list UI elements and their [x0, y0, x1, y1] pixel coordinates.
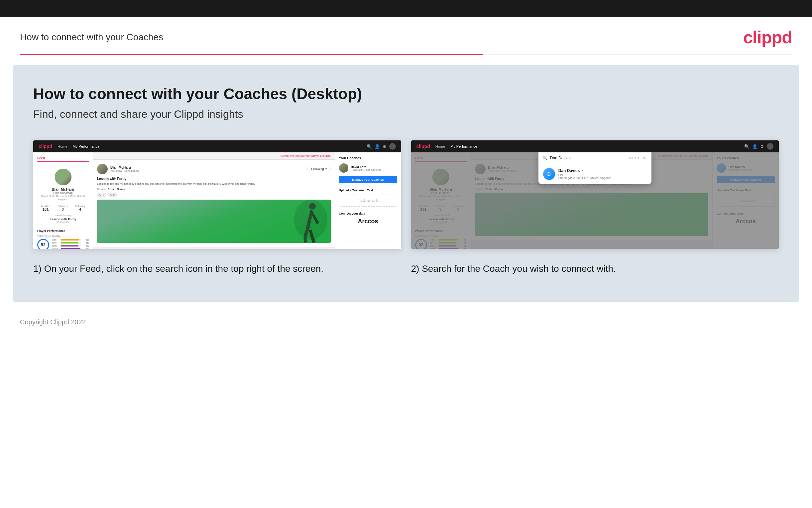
feed-user-meta-1: Yesterday · Sunningdale — [110, 169, 139, 172]
app-body-1: Feed Blair McHarg Plus Handicap Royal No… — [33, 153, 401, 249]
search-result-avatar: D — [543, 168, 555, 180]
nav-item-home-2[interactable]: Home — [435, 144, 445, 149]
feed-post-1: Blair McHarg Yesterday · Sunningdale Fol… — [93, 160, 335, 247]
search-close-btn[interactable]: ✕ — [641, 155, 648, 161]
nav-item-performance-1[interactable]: My Performance — [73, 144, 100, 149]
copyright-text: Copyright Clippd 2022 — [20, 319, 86, 326]
settings-icon-1[interactable]: ⚙ — [383, 144, 387, 149]
search-input[interactable]: Dan Davies — [550, 156, 626, 160]
app-nav-logo-1: clippd — [39, 144, 52, 149]
app-coaches-1: Your Coaches David Ford Royal North Devo… — [335, 153, 401, 249]
feed-post-header-1: Blair McHarg Yesterday · Sunningdale Fol… — [97, 164, 331, 174]
main-content: How to connect with your Coaches (Deskto… — [13, 65, 799, 302]
screenshot-panel-2: clippd Home My Performance 🔍 👤 ⚙ Feed — [411, 140, 779, 249]
coach-item-1: David Ford Royal North Devon Golf Club — [339, 163, 397, 173]
captions-row: 1) On your Feed, click on the search ico… — [33, 262, 779, 275]
feed-golfer-svg-1 — [264, 200, 331, 243]
latest-activity-label-1: Latest Activity — [37, 214, 89, 217]
arccos-logo-1: Arccos — [339, 218, 397, 225]
bar-arg: ARG 86 — [52, 245, 89, 247]
tpq-circle-1: 92 — [37, 239, 49, 249]
feed-post-duration-1: Duration 01 hr : 30 min — [97, 187, 331, 190]
user-icon-2[interactable]: 👤 — [752, 144, 758, 149]
stat-following-1: Following 4 — [75, 205, 85, 211]
bar-putt: PUTT 96 — [52, 248, 89, 249]
trackman-placeholder-1: Trackman Link — [343, 199, 393, 202]
screenshot-panel-1: clippd Home My Performance 🔍 👤 ⚙ Feed — [33, 140, 401, 249]
search-dropdown: 🔍 Dan Davies CLEAR ✕ D Dan Davies — [538, 153, 652, 184]
feed-post-title-1: Lesson with Fordy — [97, 177, 331, 181]
settings-icon-2[interactable]: ⚙ — [760, 144, 764, 149]
nav-avatar-1[interactable] — [389, 143, 396, 150]
app-nav-2: clippd Home My Performance 🔍 👤 ⚙ — [411, 140, 779, 153]
trackman-link-box-1: Trackman Link — [339, 195, 397, 207]
section-title: How to connect with your Coaches (Deskto… — [33, 85, 779, 103]
tag-app-1: APP — [108, 193, 117, 197]
app-nav-icons-2: 🔍 👤 ⚙ — [744, 143, 773, 150]
feed-post-tags-1: OTT APP — [97, 193, 331, 197]
coaches-title-1: Your Coaches — [339, 156, 397, 160]
nav-item-home-1[interactable]: Home — [57, 144, 67, 149]
app-nav-1: clippd Home My Performance 🔍 👤 ⚙ — [33, 140, 401, 153]
bar-ott: OTT 90 — [52, 239, 89, 241]
coach-info-1: David Ford Royal North Devon Golf Club — [351, 165, 381, 171]
search-result-1[interactable]: D Dan Davies ✓ Pro Sunningdale Golf Club… — [538, 164, 652, 184]
profile-name-1: Blair McHarg — [37, 187, 89, 191]
app-nav-icons-1: 🔍 👤 ⚙ — [367, 143, 396, 150]
search-icon-1[interactable]: 🔍 — [367, 144, 372, 149]
profile-avatar-1 — [55, 169, 71, 185]
caption-text-2: 2) Search for the Coach you wish to conn… — [411, 262, 779, 275]
footer: Copyright Clippd 2022 — [0, 312, 812, 333]
feed-control-link-1[interactable]: Control who can see your activity and da… — [281, 154, 331, 157]
app-body-2: Feed Blair McHarg Plus Handicap Royal No… — [411, 153, 779, 249]
verified-icon: ✓ — [581, 169, 584, 173]
coach-club-1: Royal North Devon Golf Club — [351, 169, 381, 171]
coach-name-1: David Ford — [351, 165, 381, 169]
app-container-2: clippd Home My Performance 🔍 👤 ⚙ Feed — [411, 140, 779, 249]
page-title: How to connect with your Coaches — [20, 32, 163, 43]
manage-coaches-btn-1[interactable]: Manage Your Coaches — [339, 176, 397, 183]
screenshots-row: clippd Home My Performance 🔍 👤 ⚙ Feed — [33, 140, 779, 249]
search-result-role: Pro — [558, 173, 611, 176]
search-clear-btn[interactable]: CLEAR — [628, 156, 639, 160]
coach-avatar-1 — [339, 163, 348, 173]
feed-image-1 — [97, 200, 331, 243]
clippd-logo: clippd — [743, 27, 792, 47]
svg-point-1 — [309, 203, 316, 210]
profile-card-1: Blair McHarg Plus Handicap Royal North D… — [37, 166, 89, 226]
latest-activity-date-1: 03 Aug 2022 — [37, 221, 89, 223]
stat-activities-1: Activities 131 — [41, 205, 50, 211]
profile-handicap-1: Plus Handicap — [37, 191, 89, 195]
feed-post-body-1: Looking to feel like my hands are exitin… — [97, 182, 331, 186]
nav-item-performance-2[interactable]: My Performance — [450, 144, 477, 149]
app-feed-1: Control who can see your activity and da… — [93, 153, 335, 249]
top-bar — [0, 0, 812, 17]
bar-app: APP 85 — [52, 242, 89, 244]
sidebar-tab-1[interactable]: Feed — [37, 156, 89, 162]
caption-text-1: 1) On your Feed, click on the search ico… — [33, 262, 401, 275]
player-perf-title-1: Player Performance — [37, 229, 89, 232]
search-overlay: 🔍 Dan Davies CLEAR ✕ D Dan Davies — [411, 153, 779, 249]
profile-stats-1: Activities 131 Followers 3 Following 4 — [37, 205, 89, 211]
player-perf-1: Player Performance Total Player Quality … — [37, 229, 89, 249]
following-btn-1[interactable]: Following ▾ — [307, 166, 330, 172]
feed-user-name-1: Blair McHarg — [110, 166, 139, 169]
app-sidebar-1: Feed Blair McHarg Plus Handicap Royal No… — [33, 153, 93, 249]
header-divider — [20, 54, 792, 55]
feed-user-info-1: Blair McHarg Yesterday · Sunningdale — [110, 166, 139, 172]
search-bar-icon: 🔍 — [542, 156, 547, 160]
nav-avatar-2[interactable] — [767, 143, 773, 150]
header: How to connect with your Coaches clippd — [0, 17, 812, 54]
tpq-row-1: 92 OTT 90 APP — [37, 239, 89, 249]
search-icon-2[interactable]: 🔍 — [744, 144, 750, 149]
app-container-1: clippd Home My Performance 🔍 👤 ⚙ Feed — [33, 140, 401, 249]
search-result-info: Dan Davies ✓ Pro Sunningdale Golf Club, … — [558, 168, 611, 180]
tpq-bars-1: OTT 90 APP 85 — [52, 239, 89, 249]
feed-avatar-1 — [97, 164, 108, 174]
search-bar: 🔍 Dan Davies CLEAR ✕ — [538, 153, 652, 164]
user-icon-1[interactable]: 👤 — [375, 144, 380, 149]
profile-club-1: Royal North Devon Golf Club, United King… — [37, 195, 89, 202]
search-result-name: Dan Davies ✓ — [558, 168, 611, 173]
caption-panel-1: 1) On your Feed, click on the search ico… — [33, 262, 401, 275]
latest-activity-name-1: Lesson with Fordy — [37, 218, 89, 221]
